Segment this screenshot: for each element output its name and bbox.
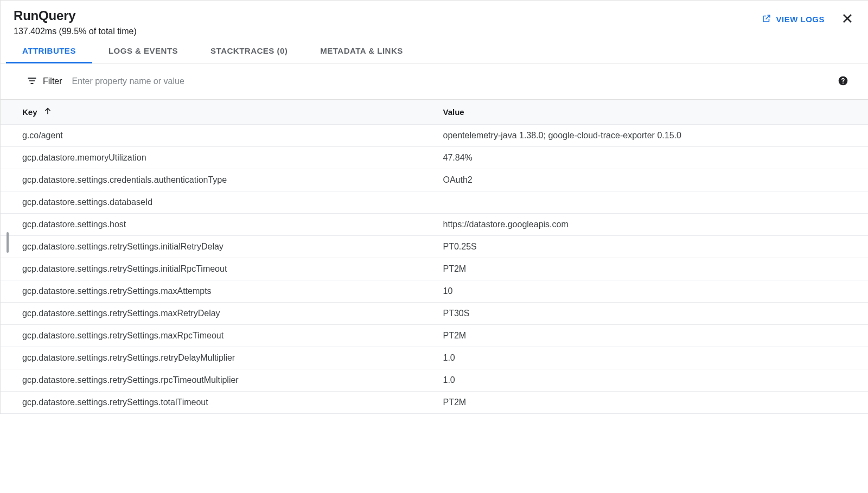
open-in-new-icon bbox=[762, 14, 771, 25]
svg-point-4 bbox=[843, 82, 844, 84]
column-header-value[interactable]: Value bbox=[435, 100, 869, 125]
attribute-key: gcp.datastore.settings.retrySettings.tot… bbox=[1, 392, 435, 414]
header-right: VIEW LOGS bbox=[762, 8, 855, 27]
filter-label-group: Filter bbox=[27, 75, 62, 88]
table-row[interactable]: gcp.datastore.settings.retrySettings.ret… bbox=[1, 347, 868, 369]
table-row[interactable]: gcp.datastore.memoryUtilization47.84% bbox=[1, 147, 868, 169]
span-details-panel: RunQuery 137.402ms (99.5% of total time)… bbox=[0, 0, 868, 414]
attribute-key: gcp.datastore.settings.retrySettings.max… bbox=[1, 325, 435, 347]
attribute-value: 1.0 bbox=[435, 369, 869, 392]
attribute-key: gcp.datastore.settings.credentials.authe… bbox=[1, 169, 435, 191]
table-row[interactable]: gcp.datastore.settings.retrySettings.max… bbox=[1, 325, 868, 347]
column-header-value-label: Value bbox=[443, 107, 464, 117]
filter-bar: Filter bbox=[1, 63, 868, 99]
svg-rect-0 bbox=[28, 78, 36, 79]
attribute-value: 1.0 bbox=[435, 347, 869, 369]
attribute-key: gcp.datastore.settings.retrySettings.ini… bbox=[1, 258, 435, 280]
table-header-row: Key Value bbox=[1, 100, 868, 125]
filter-label: Filter bbox=[43, 76, 62, 86]
header-left: RunQuery 137.402ms (99.5% of total time) bbox=[14, 8, 137, 36]
table-row[interactable]: gcp.datastore.settings.retrySettings.max… bbox=[1, 280, 868, 303]
attribute-key: gcp.datastore.settings.databaseId bbox=[1, 191, 435, 214]
attribute-value: PT2M bbox=[435, 325, 869, 347]
view-logs-label: VIEW LOGS bbox=[776, 15, 825, 24]
view-logs-button[interactable]: VIEW LOGS bbox=[762, 14, 825, 25]
help-icon bbox=[838, 75, 848, 88]
svg-rect-2 bbox=[31, 83, 34, 84]
sort-ascending-icon bbox=[43, 106, 53, 118]
close-button[interactable] bbox=[840, 11, 855, 27]
column-header-key-label: Key bbox=[22, 107, 37, 117]
tab-logs-events[interactable]: LOGS & EVENTS bbox=[108, 46, 178, 63]
table-row[interactable]: gcp.datastore.settings.credentials.authe… bbox=[1, 169, 868, 191]
tab-attributes[interactable]: ATTRIBUTES bbox=[22, 46, 76, 63]
column-header-key[interactable]: Key bbox=[1, 100, 435, 125]
attribute-value: OAuth2 bbox=[435, 169, 869, 191]
attributes-table: Key Value g.co/age bbox=[1, 99, 868, 414]
attribute-key: gcp.datastore.memoryUtilization bbox=[1, 147, 435, 169]
table-row[interactable]: gcp.datastore.settings.retrySettings.max… bbox=[1, 303, 868, 325]
attribute-value: opentelemetry-java 1.38.0; google-cloud-… bbox=[435, 125, 869, 147]
table-row[interactable]: gcp.datastore.settings.databaseId bbox=[1, 191, 868, 214]
attribute-key: g.co/agent bbox=[1, 125, 435, 147]
attribute-value: 47.84% bbox=[435, 147, 869, 169]
attribute-key: gcp.datastore.settings.retrySettings.rpc… bbox=[1, 369, 435, 392]
attribute-value: PT2M bbox=[435, 392, 869, 414]
table-row[interactable]: gcp.datastore.settings.retrySettings.ini… bbox=[1, 236, 868, 258]
panel-header: RunQuery 137.402ms (99.5% of total time)… bbox=[1, 1, 868, 36]
svg-rect-1 bbox=[29, 80, 35, 81]
help-button[interactable] bbox=[838, 75, 848, 88]
attribute-value bbox=[435, 191, 869, 214]
attribute-value: PT2M bbox=[435, 258, 869, 280]
attribute-key: gcp.datastore.settings.retrySettings.max… bbox=[1, 303, 435, 325]
attribute-value: PT0.25S bbox=[435, 236, 869, 258]
filter-input[interactable] bbox=[68, 74, 832, 88]
tab-stacktraces[interactable]: STACKTRACES (0) bbox=[210, 46, 288, 63]
attribute-key: gcp.datastore.settings.retrySettings.ret… bbox=[1, 347, 435, 369]
scroll-indicator bbox=[7, 232, 9, 253]
table-row[interactable]: gcp.datastore.settings.hosthttps://datas… bbox=[1, 214, 868, 236]
attribute-value: https://datastore.googleapis.com bbox=[435, 214, 869, 236]
table-row[interactable]: gcp.datastore.settings.retrySettings.tot… bbox=[1, 392, 868, 414]
table-body: g.co/agentopentelemetry-java 1.38.0; goo… bbox=[1, 125, 868, 414]
attribute-key: gcp.datastore.settings.retrySettings.max… bbox=[1, 280, 435, 303]
close-icon bbox=[841, 12, 854, 27]
span-subtitle: 137.402ms (99.5% of total time) bbox=[14, 27, 137, 36]
table-row[interactable]: gcp.datastore.settings.retrySettings.rpc… bbox=[1, 369, 868, 392]
table-row[interactable]: g.co/agentopentelemetry-java 1.38.0; goo… bbox=[1, 125, 868, 147]
attribute-key: gcp.datastore.settings.retrySettings.ini… bbox=[1, 236, 435, 258]
attribute-value: PT30S bbox=[435, 303, 869, 325]
table-row[interactable]: gcp.datastore.settings.retrySettings.ini… bbox=[1, 258, 868, 280]
tab-bar: ATTRIBUTES LOGS & EVENTS STACKTRACES (0)… bbox=[1, 36, 868, 63]
filter-icon bbox=[27, 75, 37, 88]
span-title: RunQuery bbox=[14, 8, 137, 23]
attribute-key: gcp.datastore.settings.host bbox=[1, 214, 435, 236]
attribute-value: 10 bbox=[435, 280, 869, 303]
tab-metadata-links[interactable]: METADATA & LINKS bbox=[320, 46, 403, 63]
